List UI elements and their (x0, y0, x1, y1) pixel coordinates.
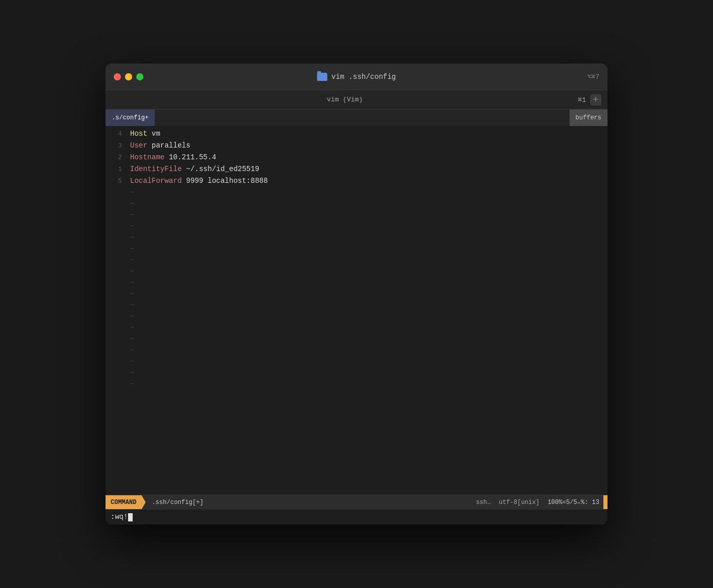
tilde-line-15: ~ (106, 345, 607, 356)
tilde-line-2: ~ (106, 198, 607, 209)
titlebar-shortcut: ⌥⌘7 (588, 73, 599, 81)
cmd-indicator: ⌘1 (578, 96, 586, 104)
line-number-4: 4 (106, 129, 130, 140)
tilde-line-14: ~ (106, 333, 607, 345)
cmdline-input: :wq! (111, 513, 128, 521)
tilde-line-17: ~ (106, 367, 607, 379)
line-content-3: User parallels (130, 140, 607, 151)
tilde-line-16: ~ (106, 356, 607, 367)
line-content-4: Host vm (130, 128, 607, 139)
status-file: .ssh/config[+] (145, 499, 209, 506)
folder-icon (317, 73, 327, 81)
keyword-user: User (130, 141, 148, 150)
editor-line-4: 4 Host vm (106, 128, 607, 140)
tab-right: ⌘1 + (578, 94, 601, 106)
close-button[interactable] (114, 73, 121, 80)
status-mode: COMMAND (106, 495, 145, 509)
keyword-hostname: Hostname (130, 153, 164, 161)
maximize-button[interactable] (136, 73, 143, 80)
titlebar: vim .ssh/config ⌥⌘7 (106, 64, 607, 90)
value-host: vm (152, 130, 160, 138)
line-number-1: 1 (106, 164, 130, 175)
editor-line-1: 1 IdentityFile ~/.ssh/id_ed25519 (106, 163, 607, 175)
keyword-identityfile: IdentityFile (130, 165, 182, 173)
tilde-line-7: ~ (106, 255, 607, 266)
line-number-3: 3 (106, 140, 130, 152)
buffers-label[interactable]: buffers (570, 110, 607, 126)
status-filetype: ssh… (472, 499, 495, 506)
line-content-2: Hostname 10.211.55.4 (130, 152, 607, 163)
bufferbar: .s/config+ buffers (106, 110, 607, 126)
window-title: vim .ssh/config (331, 73, 396, 81)
tilde-line-9: ~ (106, 277, 607, 288)
tilde-line-3: ~ (106, 209, 607, 221)
editor-line-3: 3 User parallels (106, 140, 607, 152)
line-content-5: LocalForward 9999 localhost:8888 (130, 175, 607, 186)
editor-area[interactable]: 4 Host vm 3 User parallels 2 Hostname 10… (106, 126, 607, 495)
tilde-line-6: ~ (106, 243, 607, 255)
tilde-line-11: ~ (106, 300, 607, 311)
status-position: 100%=5/5ₙ%: 13 (543, 498, 603, 506)
statusbar: COMMAND .ssh/config[+] ssh… utf-8[unix] … (106, 495, 607, 509)
vim-window: vim .ssh/config ⌥⌘7 vim (Vim) ⌘1 + .s/co… (106, 64, 607, 524)
tab-label: vim (Vim) (112, 96, 578, 103)
editor-line-5: 5 LocalForward 9999 localhost:8888 (106, 175, 607, 187)
titlebar-center: vim .ssh/config (317, 73, 396, 81)
tilde-line-13: ~ (106, 322, 607, 333)
tilde-line-8: ~ (106, 266, 607, 277)
line-content-1: IdentityFile ~/.ssh/id_ed25519 (130, 163, 607, 175)
tilde-line-18: ~ (106, 379, 607, 390)
value-identityfile: ~/.ssh/id_ed25519 (186, 165, 259, 173)
traffic-lights (114, 73, 143, 80)
add-tab-button[interactable]: + (590, 94, 601, 106)
tabbar: vim (Vim) ⌘1 + (106, 90, 607, 110)
tilde-line-1: ~ (106, 187, 607, 198)
tilde-line-12: ~ (106, 311, 607, 322)
active-buffer-tab[interactable]: .s/config+ (106, 110, 155, 126)
keyword-localforward: LocalForward (130, 177, 182, 185)
minimize-button[interactable] (125, 73, 132, 80)
editor-line-2: 2 Hostname 10.211.55.4 (106, 152, 607, 163)
cursor-block (128, 513, 133, 521)
tilde-line-4: ~ (106, 221, 607, 232)
value-localforward: 9999 localhost:8888 (186, 177, 268, 185)
line-number-2: 2 (106, 152, 130, 163)
cmdline-text: :wq! (111, 513, 133, 521)
tilde-line-5: ~ (106, 232, 607, 243)
line-number-5: 5 (106, 176, 130, 187)
cmdline[interactable]: :wq! (106, 509, 607, 524)
tilde-line-10: ~ (106, 288, 607, 300)
value-user: parallels (152, 141, 191, 150)
value-hostname: 10.211.55.4 (169, 153, 216, 161)
keyword-host: Host (130, 130, 148, 138)
status-encoding: utf-8[unix] (495, 499, 543, 506)
status-orange-block (603, 495, 607, 509)
